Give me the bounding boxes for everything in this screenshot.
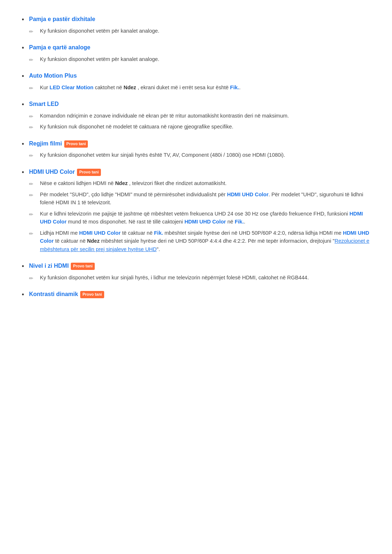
item-title-pamja-qartë[interactable]: Pamja e qartë analoge (29, 44, 90, 50)
list-item-nivel-zi-hdmi: Nivel i zi HDMIProvo tani✏Ky funksion di… (22, 261, 370, 282)
item-title-regjim-filmi[interactable]: Regjim filmi (29, 140, 62, 147)
sub-list-nivel-zi-hdmi: ✏Ky funksion disponohet vetëm kur sinjal… (29, 274, 370, 282)
note-item-auto-motion-plus-0: ✏Kur LED Clear Motion caktohet në Ndez ,… (29, 83, 370, 91)
list-item-smart-led: Smart LED✏Komandon ndriçimin e zonave in… (22, 99, 370, 131)
sub-list-regjim-filmi: ✏Ky funksion disponohet vetëm kur sinjal… (29, 151, 370, 159)
item-title-kontrasti-dinamik[interactable]: Kontrasti dinamik (29, 291, 78, 297)
note-text-pamja-pastër-0: Ky funksion disponohet vetëm për kanalet… (40, 27, 159, 35)
note-item-pamja-qartë-0: ✏Ky funksion disponohet vetëm për kanale… (29, 55, 370, 63)
pencil-icon: ✏ (29, 28, 33, 36)
note-text-pamja-qartë-0: Ky funksion disponohet vetëm për kanalet… (40, 55, 159, 63)
pencil-icon: ✏ (29, 210, 33, 218)
list-item-auto-motion-plus: Auto Motion Plus✏Kur LED Clear Motion ca… (22, 71, 370, 91)
badge-regjim-filmi[interactable]: Provo tani (64, 140, 88, 148)
list-item-kontrasti-dinamik: Kontrasti dinamikProvo tani (22, 290, 370, 299)
note-item-hdmi-uhd-color-0: ✏Nëse e caktoni lidhjen HDMI në Ndez , t… (29, 179, 370, 187)
sub-list-pamja-qartë: ✏Ky funksion disponohet vetëm për kanale… (29, 55, 370, 63)
item-title-nivel-zi-hdmi[interactable]: Nivel i zi HDMI (29, 263, 69, 269)
pencil-icon: ✏ (29, 123, 33, 131)
list-item-pamja-qartë: Pamja e qartë analoge✏Ky funksion dispon… (22, 43, 370, 63)
note-item-hdmi-uhd-color-2: ✏Kur e lidhni televizorin me pajisje të … (29, 210, 370, 226)
note-item-smart-led-0: ✏Komandon ndriçimin e zonave individuale… (29, 112, 370, 120)
sub-list-pamja-pastër: ✏Ky funksion disponohet vetëm për kanale… (29, 27, 370, 35)
item-title-smart-led[interactable]: Smart LED (29, 101, 59, 107)
item-title-auto-motion-plus[interactable]: Auto Motion Plus (29, 73, 77, 79)
note-text-smart-led-0: Komandon ndriçimin e zonave individuale … (40, 112, 289, 120)
badge-hdmi-uhd-color[interactable]: Provo tani (77, 169, 101, 176)
list-item-pamja-pastër: Pamja e pastër dixhitale✏Ky funksion dis… (22, 15, 370, 35)
note-item-hdmi-uhd-color-1: ✏Për modelet "SUHD", çdo lidhje "HDMI" m… (29, 190, 370, 207)
main-content-list: Pamja e pastër dixhitale✏Ky funksion dis… (22, 15, 370, 299)
note-text-smart-led-1: Ky funksion nuk disponohet në modelet të… (40, 123, 233, 131)
note-text-hdmi-uhd-color-0: Nëse e caktoni lidhjen HDMI në Ndez , te… (40, 179, 226, 187)
note-text-hdmi-uhd-color-1: Për modelet "SUHD", çdo lidhje "HDMI" mu… (40, 190, 370, 207)
note-item-pamja-pastër-0: ✏Ky funksion disponohet vetëm për kanale… (29, 27, 370, 35)
note-text-hdmi-uhd-color-3: Lidhja HDMI me HDMI UHD Color të caktuar… (40, 229, 370, 253)
note-text-auto-motion-plus-0: Kur LED Clear Motion caktohet në Ndez , … (40, 83, 241, 91)
pencil-icon: ✏ (29, 152, 33, 160)
sub-list-auto-motion-plus: ✏Kur LED Clear Motion caktohet në Ndez ,… (29, 83, 370, 91)
badge-nivel-zi-hdmi[interactable]: Provo tani (71, 263, 95, 270)
item-title-hdmi-uhd-color[interactable]: HDMI UHD Color (29, 169, 75, 175)
note-text-regjim-filmi-0: Ky funksion disponohet vetëm kur sinjali… (40, 151, 285, 159)
note-item-hdmi-uhd-color-3: ✏Lidhja HDMI me HDMI UHD Color të caktua… (29, 229, 370, 253)
sub-list-smart-led: ✏Komandon ndriçimin e zonave individuale… (29, 112, 370, 131)
item-title-pamja-pastër[interactable]: Pamja e pastër dixhitale (29, 16, 95, 22)
pencil-icon: ✏ (29, 84, 33, 92)
list-item-hdmi-uhd-color: HDMI UHD ColorProvo tani✏Nëse e caktoni … (22, 167, 370, 253)
list-item-regjim-filmi: Regjim filmiProvo tani✏Ky funksion dispo… (22, 139, 370, 159)
note-text-nivel-zi-hdmi-0: Ky funksion disponohet vetëm kur sinjali… (40, 274, 309, 282)
sub-list-hdmi-uhd-color: ✏Nëse e caktoni lidhjen HDMI në Ndez , t… (29, 179, 370, 253)
note-text-hdmi-uhd-color-2: Kur e lidhni televizorin me pajisje të j… (40, 210, 370, 226)
pencil-icon: ✏ (29, 180, 33, 188)
note-item-nivel-zi-hdmi-0: ✏Ky funksion disponohet vetëm kur sinjal… (29, 274, 370, 282)
badge-kontrasti-dinamik[interactable]: Provo tani (80, 291, 104, 298)
pencil-icon: ✏ (29, 56, 33, 64)
note-item-smart-led-1: ✏Ky funksion nuk disponohet në modelet t… (29, 123, 370, 131)
pencil-icon: ✏ (29, 274, 33, 282)
pencil-icon: ✏ (29, 191, 33, 199)
pencil-icon: ✏ (29, 230, 33, 238)
pencil-icon: ✏ (29, 112, 33, 120)
note-item-regjim-filmi-0: ✏Ky funksion disponohet vetëm kur sinjal… (29, 151, 370, 159)
